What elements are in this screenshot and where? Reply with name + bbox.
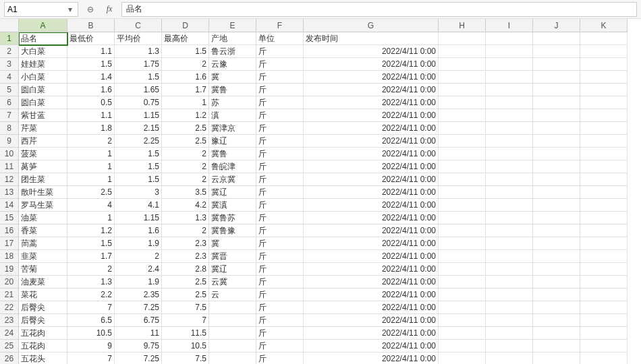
cell[interactable]: 发布时间 bbox=[304, 32, 439, 45]
cell[interactable] bbox=[486, 289, 533, 301]
cell[interactable]: 2 bbox=[162, 160, 209, 173]
cell[interactable] bbox=[580, 340, 628, 353]
cell[interactable] bbox=[439, 237, 486, 250]
cell[interactable]: 莴笋 bbox=[19, 160, 67, 173]
cell[interactable]: 斤 bbox=[256, 263, 304, 276]
cell[interactable]: 2022/4/11 0:00 bbox=[304, 340, 439, 353]
cell[interactable]: 2022/4/11 0:00 bbox=[304, 237, 439, 250]
cell[interactable] bbox=[486, 276, 533, 289]
cell[interactable]: 0.75 bbox=[115, 96, 162, 109]
cell[interactable]: 斤 bbox=[256, 353, 304, 364]
cell[interactable]: 紫甘蓝 bbox=[19, 109, 67, 122]
cell[interactable] bbox=[580, 314, 628, 327]
cell[interactable]: 1 bbox=[67, 212, 115, 224]
cell[interactable]: 2.8 bbox=[162, 263, 209, 276]
row-header[interactable]: 11 bbox=[0, 160, 19, 173]
cell[interactable] bbox=[580, 45, 628, 58]
cell[interactable]: 冀辽 bbox=[209, 263, 256, 276]
cell[interactable] bbox=[439, 173, 486, 186]
cell[interactable]: 7 bbox=[67, 353, 115, 364]
cell[interactable]: 2.5 bbox=[162, 289, 209, 301]
cell[interactable]: 11.5 bbox=[162, 327, 209, 340]
row-header[interactable]: 22 bbox=[0, 301, 19, 314]
cell[interactable]: 2022/4/11 0:00 bbox=[304, 353, 439, 364]
cell[interactable]: 2022/4/11 0:00 bbox=[304, 212, 439, 224]
cell[interactable] bbox=[533, 224, 580, 237]
cell[interactable]: 斤 bbox=[256, 327, 304, 340]
cell[interactable] bbox=[533, 276, 580, 289]
cell[interactable] bbox=[580, 58, 628, 71]
cell[interactable]: 小白菜 bbox=[19, 71, 67, 84]
cell[interactable]: 芹菜 bbox=[19, 122, 67, 135]
cell[interactable]: 1 bbox=[67, 160, 115, 173]
cell[interactable]: 2022/4/11 0:00 bbox=[304, 250, 439, 263]
row-header[interactable]: 5 bbox=[0, 84, 19, 96]
cell[interactable] bbox=[486, 173, 533, 186]
cell[interactable]: 2022/4/11 0:00 bbox=[304, 314, 439, 327]
cell[interactable] bbox=[439, 148, 486, 160]
cell[interactable] bbox=[533, 32, 580, 45]
cell[interactable] bbox=[533, 186, 580, 199]
row-header[interactable]: 2 bbox=[0, 45, 19, 58]
row-header[interactable]: 1 bbox=[0, 32, 19, 45]
cell[interactable]: 1.3 bbox=[67, 276, 115, 289]
cell[interactable] bbox=[439, 276, 486, 289]
cell[interactable] bbox=[533, 148, 580, 160]
column-header-E[interactable]: E bbox=[209, 19, 256, 32]
cell[interactable] bbox=[533, 340, 580, 353]
cell[interactable] bbox=[439, 353, 486, 364]
cell[interactable]: 4 bbox=[67, 199, 115, 212]
cell[interactable] bbox=[533, 237, 580, 250]
cell[interactable]: 苏 bbox=[209, 96, 256, 109]
cell[interactable]: 斤 bbox=[256, 135, 304, 148]
row-header[interactable]: 6 bbox=[0, 96, 19, 109]
cell[interactable] bbox=[439, 212, 486, 224]
cell[interactable] bbox=[486, 109, 533, 122]
cell[interactable]: 1.7 bbox=[67, 250, 115, 263]
cell[interactable]: 1.1 bbox=[67, 109, 115, 122]
cell[interactable] bbox=[580, 71, 628, 84]
spreadsheet-grid[interactable]: ABCDEFGHIJK 1234567891011121314151617181… bbox=[0, 19, 641, 364]
cell[interactable]: 斤 bbox=[256, 314, 304, 327]
cell[interactable]: 斤 bbox=[256, 109, 304, 122]
cell[interactable] bbox=[486, 340, 533, 353]
cell[interactable]: 2 bbox=[162, 58, 209, 71]
cell[interactable]: 2022/4/11 0:00 bbox=[304, 71, 439, 84]
cell[interactable]: 11 bbox=[115, 327, 162, 340]
cell[interactable] bbox=[580, 327, 628, 340]
row-header[interactable]: 13 bbox=[0, 186, 19, 199]
cell[interactable]: 1.15 bbox=[115, 109, 162, 122]
cell[interactable]: 1.2 bbox=[67, 224, 115, 237]
cell[interactable] bbox=[533, 135, 580, 148]
column-header-F[interactable]: F bbox=[256, 19, 304, 32]
cell[interactable] bbox=[439, 84, 486, 96]
cell[interactable]: 斤 bbox=[256, 276, 304, 289]
cell[interactable]: 斤 bbox=[256, 212, 304, 224]
cell[interactable] bbox=[209, 327, 256, 340]
cell[interactable] bbox=[439, 301, 486, 314]
cell[interactable]: 香菜 bbox=[19, 224, 67, 237]
cell[interactable]: 2 bbox=[162, 224, 209, 237]
cell[interactable]: 1 bbox=[67, 173, 115, 186]
cell[interactable]: 冀鲁豫 bbox=[209, 224, 256, 237]
cell[interactable] bbox=[533, 289, 580, 301]
cell[interactable]: 平均价 bbox=[115, 32, 162, 45]
cell[interactable]: 1.6 bbox=[115, 224, 162, 237]
column-header-D[interactable]: D bbox=[162, 19, 209, 32]
fx-icon[interactable]: fx bbox=[103, 3, 116, 16]
cell[interactable]: 斤 bbox=[256, 173, 304, 186]
cell[interactable] bbox=[486, 224, 533, 237]
cell[interactable] bbox=[486, 250, 533, 263]
cell[interactable]: 斤 bbox=[256, 340, 304, 353]
cell[interactable] bbox=[580, 122, 628, 135]
row-header[interactable]: 17 bbox=[0, 237, 19, 250]
cell[interactable]: 1.4 bbox=[67, 71, 115, 84]
cell[interactable]: 7.5 bbox=[162, 301, 209, 314]
cell[interactable]: 斤 bbox=[256, 250, 304, 263]
cell[interactable] bbox=[439, 58, 486, 71]
cell[interactable]: 冀津京 bbox=[209, 122, 256, 135]
cell[interactable] bbox=[580, 173, 628, 186]
row-header[interactable]: 20 bbox=[0, 276, 19, 289]
cell[interactable]: 2022/4/11 0:00 bbox=[304, 186, 439, 199]
name-box[interactable]: ▾ bbox=[4, 2, 78, 17]
